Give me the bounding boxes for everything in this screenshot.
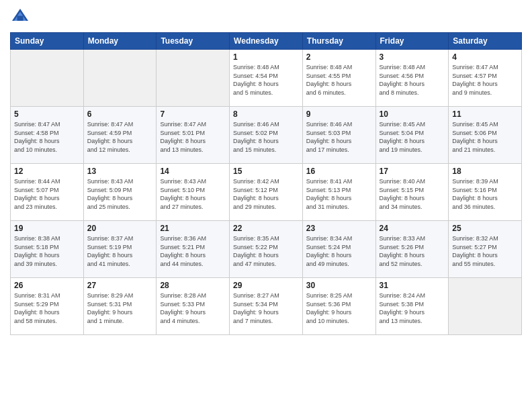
- day-cell: 4Sunrise: 8:47 AM Sunset: 4:57 PM Daylig…: [449, 50, 522, 107]
- day-info: Sunrise: 8:24 AM Sunset: 5:38 PM Dayligh…: [380, 291, 445, 325]
- day-info: Sunrise: 8:29 AM Sunset: 5:31 PM Dayligh…: [87, 291, 153, 325]
- day-number: 5: [14, 109, 80, 119]
- day-info: Sunrise: 8:27 AM Sunset: 5:34 PM Dayligh…: [233, 291, 299, 325]
- day-number: 9: [306, 109, 372, 119]
- day-number: 24: [380, 224, 445, 233]
- day-cell: 7Sunrise: 8:47 AM Sunset: 5:01 PM Daylig…: [157, 107, 230, 164]
- day-cell: [157, 50, 230, 107]
- day-cell: 19Sunrise: 8:38 AM Sunset: 5:18 PM Dayli…: [11, 221, 84, 278]
- day-number: 11: [452, 109, 518, 119]
- svg-rect-2: [17, 16, 24, 21]
- day-cell: 3Sunrise: 8:48 AM Sunset: 4:56 PM Daylig…: [375, 50, 449, 107]
- day-info: Sunrise: 8:25 AM Sunset: 5:36 PM Dayligh…: [306, 291, 372, 325]
- day-info: Sunrise: 8:36 AM Sunset: 5:21 PM Dayligh…: [160, 234, 226, 268]
- day-cell: 28Sunrise: 8:28 AM Sunset: 5:33 PM Dayli…: [157, 278, 230, 335]
- header-row: SundayMondayTuesdayWednesdayThursdayFrid…: [11, 33, 522, 50]
- day-cell: 10Sunrise: 8:45 AM Sunset: 5:04 PM Dayli…: [375, 107, 449, 164]
- day-cell: 22Sunrise: 8:35 AM Sunset: 5:22 PM Dayli…: [230, 221, 303, 278]
- logo-icon: [10, 7, 30, 27]
- header-cell-wednesday: Wednesday: [230, 33, 303, 50]
- day-cell: 15Sunrise: 8:42 AM Sunset: 5:12 PM Dayli…: [230, 164, 303, 221]
- day-cell: 30Sunrise: 8:25 AM Sunset: 5:36 PM Dayli…: [302, 278, 375, 335]
- day-number: 2: [306, 52, 372, 62]
- day-info: Sunrise: 8:45 AM Sunset: 5:04 PM Dayligh…: [380, 120, 445, 154]
- day-number: 16: [306, 167, 372, 176]
- day-number: 7: [160, 109, 226, 119]
- day-cell: 27Sunrise: 8:29 AM Sunset: 5:31 PM Dayli…: [83, 278, 157, 335]
- day-number: 21: [160, 224, 226, 233]
- day-info: Sunrise: 8:39 AM Sunset: 5:16 PM Dayligh…: [452, 177, 518, 211]
- day-info: Sunrise: 8:46 AM Sunset: 5:02 PM Dayligh…: [233, 120, 299, 154]
- day-cell: 1Sunrise: 8:48 AM Sunset: 4:54 PM Daylig…: [230, 50, 303, 107]
- day-number: 8: [233, 109, 299, 119]
- day-info: Sunrise: 8:37 AM Sunset: 5:19 PM Dayligh…: [87, 234, 153, 268]
- day-number: 17: [380, 167, 445, 176]
- week-row-4: 26Sunrise: 8:31 AM Sunset: 5:29 PM Dayli…: [11, 278, 522, 335]
- day-number: 13: [87, 167, 153, 176]
- day-info: Sunrise: 8:47 AM Sunset: 4:59 PM Dayligh…: [87, 120, 153, 154]
- day-info: Sunrise: 8:43 AM Sunset: 5:10 PM Dayligh…: [160, 177, 226, 211]
- header-cell-monday: Monday: [83, 33, 157, 50]
- day-info: Sunrise: 8:35 AM Sunset: 5:22 PM Dayligh…: [233, 234, 299, 268]
- calendar-table: SundayMondayTuesdayWednesdayThursdayFrid…: [10, 32, 522, 335]
- day-number: 29: [233, 281, 299, 290]
- header-cell-tuesday: Tuesday: [157, 33, 230, 50]
- day-info: Sunrise: 8:47 AM Sunset: 5:01 PM Dayligh…: [160, 120, 226, 154]
- day-number: 1: [233, 52, 299, 62]
- day-cell: 13Sunrise: 8:43 AM Sunset: 5:09 PM Dayli…: [83, 164, 157, 221]
- day-cell: 14Sunrise: 8:43 AM Sunset: 5:10 PM Dayli…: [157, 164, 230, 221]
- day-cell: 9Sunrise: 8:46 AM Sunset: 5:03 PM Daylig…: [302, 107, 375, 164]
- day-cell: 24Sunrise: 8:33 AM Sunset: 5:26 PM Dayli…: [375, 221, 449, 278]
- day-number: 3: [380, 52, 445, 62]
- day-info: Sunrise: 8:38 AM Sunset: 5:18 PM Dayligh…: [14, 234, 80, 268]
- day-number: 6: [87, 109, 153, 119]
- day-cell: 16Sunrise: 8:41 AM Sunset: 5:13 PM Dayli…: [302, 164, 375, 221]
- day-info: Sunrise: 8:33 AM Sunset: 5:26 PM Dayligh…: [380, 234, 445, 268]
- day-info: Sunrise: 8:45 AM Sunset: 5:06 PM Dayligh…: [452, 120, 518, 154]
- header-cell-saturday: Saturday: [449, 33, 522, 50]
- day-number: 30: [306, 281, 372, 290]
- day-info: Sunrise: 8:46 AM Sunset: 5:03 PM Dayligh…: [306, 120, 372, 154]
- day-cell: [11, 50, 84, 107]
- day-info: Sunrise: 8:42 AM Sunset: 5:12 PM Dayligh…: [233, 177, 299, 211]
- day-number: 18: [452, 167, 518, 176]
- calendar-header: SundayMondayTuesdayWednesdayThursdayFrid…: [11, 33, 522, 50]
- day-cell: 23Sunrise: 8:34 AM Sunset: 5:24 PM Dayli…: [302, 221, 375, 278]
- logo: [10, 7, 33, 27]
- day-cell: 20Sunrise: 8:37 AM Sunset: 5:19 PM Dayli…: [83, 221, 157, 278]
- day-cell: 2Sunrise: 8:48 AM Sunset: 4:55 PM Daylig…: [302, 50, 375, 107]
- day-number: 15: [233, 167, 299, 176]
- day-number: 10: [380, 109, 445, 119]
- day-number: 12: [14, 167, 80, 176]
- week-row-3: 19Sunrise: 8:38 AM Sunset: 5:18 PM Dayli…: [11, 221, 522, 278]
- day-info: Sunrise: 8:41 AM Sunset: 5:13 PM Dayligh…: [306, 177, 372, 211]
- day-cell: 21Sunrise: 8:36 AM Sunset: 5:21 PM Dayli…: [157, 221, 230, 278]
- day-cell: 11Sunrise: 8:45 AM Sunset: 5:06 PM Dayli…: [449, 107, 522, 164]
- week-row-0: 1Sunrise: 8:48 AM Sunset: 4:54 PM Daylig…: [11, 50, 522, 107]
- day-number: 4: [452, 52, 518, 62]
- day-cell: 12Sunrise: 8:44 AM Sunset: 5:07 PM Dayli…: [11, 164, 84, 221]
- day-number: 22: [233, 224, 299, 233]
- day-number: 28: [160, 281, 226, 290]
- day-info: Sunrise: 8:44 AM Sunset: 5:07 PM Dayligh…: [14, 177, 80, 211]
- calendar-container: SundayMondayTuesdayWednesdayThursdayFrid…: [0, 0, 532, 411]
- day-cell: 18Sunrise: 8:39 AM Sunset: 5:16 PM Dayli…: [449, 164, 522, 221]
- day-cell: 25Sunrise: 8:32 AM Sunset: 5:27 PM Dayli…: [449, 221, 522, 278]
- day-cell: 17Sunrise: 8:40 AM Sunset: 5:15 PM Dayli…: [375, 164, 449, 221]
- day-info: Sunrise: 8:48 AM Sunset: 4:54 PM Dayligh…: [233, 63, 299, 97]
- day-info: Sunrise: 8:48 AM Sunset: 4:55 PM Dayligh…: [306, 63, 372, 97]
- day-info: Sunrise: 8:34 AM Sunset: 5:24 PM Dayligh…: [306, 234, 372, 268]
- day-cell: 26Sunrise: 8:31 AM Sunset: 5:29 PM Dayli…: [11, 278, 84, 335]
- header-cell-sunday: Sunday: [11, 33, 84, 50]
- day-number: 14: [160, 167, 226, 176]
- day-info: Sunrise: 8:32 AM Sunset: 5:27 PM Dayligh…: [452, 234, 518, 268]
- day-number: 26: [14, 281, 80, 290]
- week-row-1: 5Sunrise: 8:47 AM Sunset: 4:58 PM Daylig…: [11, 107, 522, 164]
- day-info: Sunrise: 8:47 AM Sunset: 4:57 PM Dayligh…: [452, 63, 518, 97]
- day-info: Sunrise: 8:28 AM Sunset: 5:33 PM Dayligh…: [160, 291, 226, 325]
- week-row-2: 12Sunrise: 8:44 AM Sunset: 5:07 PM Dayli…: [11, 164, 522, 221]
- day-cell: 8Sunrise: 8:46 AM Sunset: 5:02 PM Daylig…: [230, 107, 303, 164]
- day-info: Sunrise: 8:48 AM Sunset: 4:56 PM Dayligh…: [380, 63, 445, 97]
- day-cell: 31Sunrise: 8:24 AM Sunset: 5:38 PM Dayli…: [375, 278, 449, 335]
- day-number: 20: [87, 224, 153, 233]
